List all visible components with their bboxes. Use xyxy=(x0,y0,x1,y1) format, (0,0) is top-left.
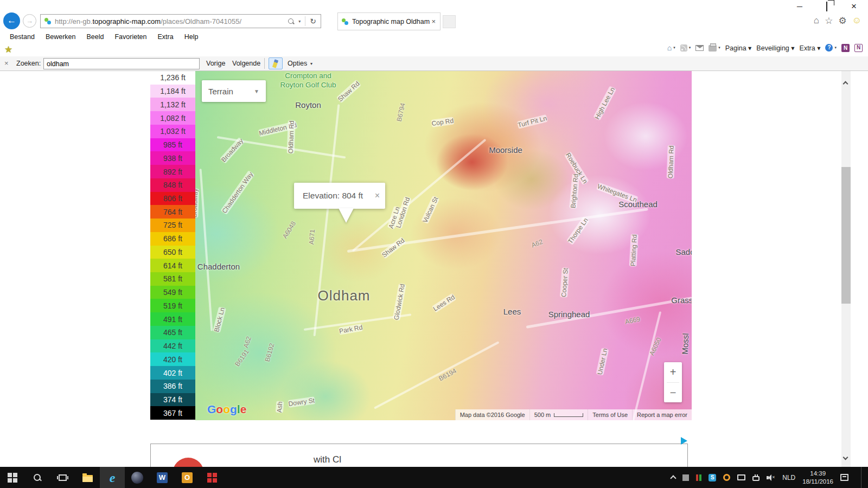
new-tab-button[interactable] xyxy=(443,15,456,28)
find-previous-button[interactable]: Vorige xyxy=(206,60,225,67)
legend-row: 1,132 ft xyxy=(150,98,195,111)
tools-menu-button[interactable]: Extra ▾ xyxy=(800,44,821,52)
legend-row: 725 ft xyxy=(150,219,195,232)
home-page-button[interactable]: ⌂▾ xyxy=(667,43,675,52)
internet-explorer-button[interactable]: e xyxy=(100,467,125,488)
terms-of-use-link[interactable]: Terms of Use xyxy=(588,409,632,420)
chevron-down-icon: ▾ xyxy=(689,46,691,50)
tray-status-bars-icon[interactable] xyxy=(696,474,701,481)
legend-row: 806 ft xyxy=(150,192,195,206)
elevation-popup-text: Elevation: 804 ft xyxy=(303,191,363,201)
outlook-button[interactable]: O xyxy=(175,467,200,488)
google-logo-letter: e xyxy=(240,403,247,415)
find-options-button[interactable]: Opties xyxy=(288,60,307,67)
favorites-star-icon[interactable]: ☆ xyxy=(825,15,833,27)
add-favorite-star-icon[interactable]: ★ xyxy=(4,44,12,55)
scrollbar-down-arrow[interactable] xyxy=(841,454,851,464)
legend-row: 402 ft xyxy=(150,366,195,380)
display-tray-icon[interactable] xyxy=(737,474,745,480)
map-label: B6192 xyxy=(264,342,276,362)
highlight-all-button[interactable] xyxy=(269,57,283,69)
action-center-icon[interactable] xyxy=(840,474,848,481)
feeds-button[interactable]: ▾ xyxy=(680,44,691,52)
language-indicator[interactable]: NLD xyxy=(782,474,795,481)
legend-row: 1,032 ft xyxy=(150,125,195,138)
map-label: Grassc xyxy=(671,296,692,305)
command-bar: ★ ⌂▾ ▾ ▾ Pagina ▾ Beveiliging ▾ Extra ▾ … xyxy=(0,42,868,56)
map-label: A62 xyxy=(530,238,544,249)
skype-tray-icon[interactable]: S xyxy=(709,474,716,481)
app-red-grid-button[interactable] xyxy=(200,467,225,488)
feedback-smiley-icon[interactable]: ☺ xyxy=(852,15,861,27)
show-desktop-button[interactable] xyxy=(861,467,861,488)
close-button[interactable]: × xyxy=(847,1,860,12)
word-button[interactable]: W xyxy=(150,467,175,488)
zoom-in-button[interactable]: + xyxy=(664,362,682,382)
task-view-button[interactable] xyxy=(50,467,75,488)
menu-item-favorieten[interactable]: Favorieten xyxy=(110,32,151,42)
address-bar[interactable]: http://en-gb.topographic-map.com/places/… xyxy=(40,14,321,28)
tray-orange-ring-icon[interactable] xyxy=(723,474,730,481)
legend-row: 374 ft xyxy=(150,393,195,407)
help-button[interactable]: ?▾ xyxy=(825,44,837,52)
scrollbar-thumb[interactable] xyxy=(841,167,851,304)
folder-icon xyxy=(82,475,93,482)
tab-favicon xyxy=(341,18,349,25)
map-label: Shaw Rd xyxy=(336,80,361,103)
forward-button[interactable]: → xyxy=(23,14,36,28)
legend-row: 686 ft xyxy=(150,232,195,246)
menu-item-extra[interactable]: Extra xyxy=(154,32,178,42)
safety-menu-button[interactable]: Beveiliging ▾ xyxy=(756,44,794,52)
find-input[interactable] xyxy=(43,58,200,69)
zoom-out-button[interactable]: − xyxy=(664,383,682,403)
tray-expand-chevron-icon[interactable] xyxy=(671,475,676,481)
start-button[interactable] xyxy=(0,467,25,488)
read-mail-button[interactable] xyxy=(695,45,704,51)
adchoices-icon[interactable] xyxy=(681,437,687,445)
popup-close-icon[interactable]: × xyxy=(375,191,380,201)
tab-close-button[interactable]: × xyxy=(430,17,437,25)
url-text[interactable]: http://en-gb.topographic-map.com/places/… xyxy=(55,17,286,25)
popup-pointer xyxy=(339,208,354,223)
map-label: Oldham Rd xyxy=(287,120,296,153)
map-label: Turf Pit Ln xyxy=(517,114,548,129)
minimize-button[interactable]: ─ xyxy=(793,1,806,12)
google-logo[interactable]: Google xyxy=(207,403,246,416)
back-button[interactable]: ← xyxy=(3,12,20,29)
menu-item-help[interactable]: Help xyxy=(180,32,203,42)
onenote-linked-notes-button[interactable]: N xyxy=(854,44,863,52)
send-to-onenote-button[interactable]: N xyxy=(841,44,850,52)
search-caret-icon[interactable]: ▾ xyxy=(298,19,301,24)
find-next-button[interactable]: Volgende xyxy=(232,60,260,67)
menu-item-bewerken[interactable]: Bewerken xyxy=(41,32,80,42)
sphere-icon xyxy=(131,472,143,484)
map-label: Royton xyxy=(295,100,321,110)
taskbar-search-button[interactable] xyxy=(25,467,50,488)
find-close-button[interactable]: × xyxy=(4,59,9,67)
page-scrollbar[interactable] xyxy=(841,71,851,467)
browser-tab[interactable]: Topographic map Oldham × xyxy=(337,12,441,30)
menu-item-bestand[interactable]: Bestand xyxy=(5,32,39,42)
menu-item-beeld[interactable]: Beeld xyxy=(82,32,108,42)
home-icon[interactable]: ⌂ xyxy=(814,15,819,27)
restore-button[interactable] xyxy=(820,1,833,12)
report-map-error-link[interactable]: Report a map error xyxy=(632,409,692,420)
legend-row: 386 ft xyxy=(150,380,195,393)
scrollbar-up-arrow[interactable] xyxy=(841,79,851,88)
legend-row: 614 ft xyxy=(150,259,195,272)
refresh-button[interactable]: ↻ xyxy=(308,17,318,25)
page-menu-button[interactable]: Pagina ▾ xyxy=(725,44,752,52)
tray-app-icon[interactable] xyxy=(682,474,689,481)
topographic-map[interactable]: Crompton and Royton Golf ClubRoytonShaw … xyxy=(195,71,692,420)
file-explorer-button[interactable] xyxy=(75,467,100,488)
map-style-selector[interactable]: Terrain ▼ xyxy=(202,80,266,102)
search-icon[interactable] xyxy=(288,18,295,25)
gear-icon[interactable]: ⚙ xyxy=(838,15,846,27)
map-label: Moorside xyxy=(489,145,522,155)
taskbar-clock[interactable]: 14:39 18/11/2016 xyxy=(802,470,833,485)
volume-muted-icon[interactable]: × xyxy=(767,474,775,481)
app-sphere-button[interactable] xyxy=(125,467,150,488)
command-bar-buttons: ⌂▾ ▾ ▾ Pagina ▾ Beveiliging ▾ Extra ▾ ?▾… xyxy=(667,43,863,52)
network-plug-icon[interactable] xyxy=(752,476,760,481)
print-button[interactable]: ▾ xyxy=(709,44,720,52)
